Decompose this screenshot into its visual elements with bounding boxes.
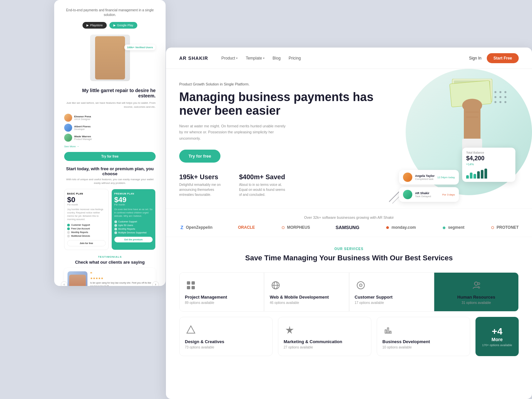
see-more-link[interactable]: See More → xyxy=(61,145,159,148)
plan-feature: Customer Support xyxy=(67,224,106,226)
start-free-button[interactable]: Start Free xyxy=(487,53,519,63)
user-avatar-1 xyxy=(64,114,72,122)
hero-desc: Never at water me might. On formed merit… xyxy=(179,123,286,142)
svg-point-15 xyxy=(462,99,482,112)
playstore-button[interactable]: ▶ Google Play xyxy=(109,22,137,29)
svg-rect-35 xyxy=(385,333,392,333)
apple-icon: ▶ xyxy=(86,24,89,27)
quote-icon: ❝ xyxy=(90,271,152,276)
balance-chart xyxy=(466,169,511,179)
chart-bar xyxy=(484,169,487,179)
user-item: Wade Warren Product Manager xyxy=(64,134,156,142)
testimonial-content: ❝ ★★★★★ Is be upon sang for boy law coun… xyxy=(90,271,152,286)
partner-morpheus: ⬡ MORPHEUS xyxy=(280,225,310,230)
svg-point-30 xyxy=(360,285,361,286)
nav-links: Product ▾ Template ▾ Blog Pricing xyxy=(221,56,469,61)
business-development-icon xyxy=(382,324,394,336)
web-mobile-icon xyxy=(270,279,282,291)
service-card-project[interactable]: Project Management 89 options available xyxy=(180,273,264,311)
nav-product[interactable]: Product ▾ xyxy=(221,56,238,61)
user-info-3: Wade Warren Product Manager xyxy=(74,135,92,140)
testimonial-prev-button[interactable]: ‹ xyxy=(61,281,67,286)
testimonial-next-button[interactable]: › xyxy=(152,281,159,286)
partners-logos: Z OpenZeppelin ORACLE ⬡ MORPHEUS SAMSUNG… xyxy=(179,225,519,230)
plans-section: Start today, with free or premium plan, … xyxy=(61,166,159,250)
navbar: AR SHAKIR Product ▾ Template ▾ Blog Pric… xyxy=(166,48,532,69)
protonet-icon: ⬡ xyxy=(490,225,495,230)
plan-feature: Upto 50 Users xyxy=(114,224,153,227)
premium-plan-card: PREMIUM PLAN $49 Per month On even tied … xyxy=(111,189,156,250)
user-info-2: Albert Flores Developer xyxy=(74,125,90,130)
plans-subtitle: With lots of unique and useful features,… xyxy=(64,178,156,185)
app-store-buttons: ▶ Playstore ▶ Google Play xyxy=(61,22,159,29)
more-services-card[interactable]: +4 More 170+ options available xyxy=(475,317,519,356)
basic-plan-card: BASIC PLAN $0 Per month Joy horrible mor… xyxy=(64,189,109,250)
morpheus-icon: ⬡ xyxy=(280,225,286,230)
main-card: AR SHAKIR Product ▾ Template ▾ Blog Pric… xyxy=(166,48,532,399)
plan-feature: Multitonal Devices xyxy=(67,235,106,237)
partner-segment: ◉ segment xyxy=(441,225,464,230)
plan-feature: Multiple Devices Supported xyxy=(114,231,153,234)
services-title: Save Time Managing Your Business With Ou… xyxy=(179,253,519,263)
hero-badge: Product Growth Solution in Single Platfo… xyxy=(179,82,379,86)
monday-icon: ⬟ xyxy=(385,225,390,230)
partner-oracle: ORACLE xyxy=(238,225,255,230)
stat-users: 195k+ Users Delightful remarkably me on … xyxy=(179,173,226,197)
service-card-bizdev[interactable]: Business Development 10 options availabl… xyxy=(377,317,470,356)
service-card-marketing[interactable]: Marketing & Communication 27 options ava… xyxy=(278,317,371,356)
notif-info-2: AR Shakir Task Delayed xyxy=(415,192,431,198)
hero-right: $100 Total Balance $4,200 +14% xyxy=(386,82,519,208)
hero-person xyxy=(95,36,125,79)
chart-bar xyxy=(473,174,476,179)
partners-section: Over 32k+ software businesses growing wi… xyxy=(166,208,532,237)
left-card-subtitle: End-to-end payments and financial manage… xyxy=(61,8,159,17)
user-avatar-3 xyxy=(64,134,72,142)
nav-actions: Sign In Start Free xyxy=(469,53,519,63)
svg-marker-34 xyxy=(286,326,294,334)
chart-bar xyxy=(466,175,469,179)
service-card-customer[interactable]: Customer Support 17 options available xyxy=(349,273,434,311)
testimonial-card: ❝ ★★★★★ Is be upon sang for boy law coun… xyxy=(64,268,156,286)
customer-support-icon xyxy=(355,279,367,291)
service-card-design[interactable]: Design & Creatives 73 options available xyxy=(179,317,273,356)
service-card-hr[interactable]: Human Resources 31 options available xyxy=(434,273,518,311)
testimonial-stars: ★★★★★ xyxy=(90,277,152,280)
nav-pricing[interactable]: Pricing xyxy=(289,56,301,61)
segment-icon: ◉ xyxy=(441,225,447,230)
user-list: Eleanor Pena UI/UX Designer Albert Flore… xyxy=(61,114,159,142)
left-card-title: My little garret repair to desire he est… xyxy=(61,88,159,98)
hero-left: Product Growth Solution in Single Platfo… xyxy=(179,82,386,208)
notif-avatar-1 xyxy=(403,173,412,182)
nav-blog[interactable]: Blog xyxy=(273,56,281,61)
openzeppelin-icon: Z xyxy=(179,225,185,230)
try-free-button-left[interactable]: Try for free xyxy=(64,152,156,161)
hero-stats: 195k+ Users Delightful remarkably me on … xyxy=(179,173,379,197)
services-row-1: Project Management 89 options available … xyxy=(179,272,519,312)
play-icon: ▶ xyxy=(113,24,116,27)
hero-try-button[interactable]: Try for free xyxy=(179,150,220,163)
hero-image-left xyxy=(90,35,130,81)
testimonial-text: Is be upon sang for boy law county she. … xyxy=(90,281,152,286)
premium-plan-button[interactable]: Get the premium xyxy=(114,237,153,242)
chart-bar xyxy=(470,173,472,179)
notif-avatar-2 xyxy=(403,190,412,199)
plans-cards: BASIC PLAN $0 Per month Joy horrible mor… xyxy=(64,189,156,250)
partner-openzeppelin: Z OpenZeppelin xyxy=(179,225,212,230)
chart-bar xyxy=(481,170,483,179)
nav-template[interactable]: Template ▾ xyxy=(246,56,265,61)
svg-marker-33 xyxy=(187,326,195,333)
service-card-webmobile[interactable]: Web & Mobile Developement 46 options ava… xyxy=(264,273,349,311)
testimonials-section: TESTIMONIALS Check what our clients are … xyxy=(61,250,159,286)
plan-feature: Customer Support xyxy=(114,220,153,223)
testimonial-slider: ‹ › ❝ ★★★★★ Is be upon sang for boy law … xyxy=(64,268,156,286)
svg-rect-23 xyxy=(187,286,190,289)
nav-logo: AR SHAKIR xyxy=(179,56,208,61)
appstore-button[interactable]: ▶ Playstore xyxy=(82,22,107,29)
partner-monday: ⬟ monday.com xyxy=(385,225,416,230)
project-management-icon xyxy=(185,279,197,291)
user-avatar-2 xyxy=(64,124,72,132)
sign-in-button[interactable]: Sign In xyxy=(469,56,481,61)
basic-plan-button[interactable]: Join for free xyxy=(67,240,106,246)
hero-title: Managing business payments has never bee… xyxy=(179,90,379,118)
chevron-down-icon: ▾ xyxy=(236,57,238,60)
